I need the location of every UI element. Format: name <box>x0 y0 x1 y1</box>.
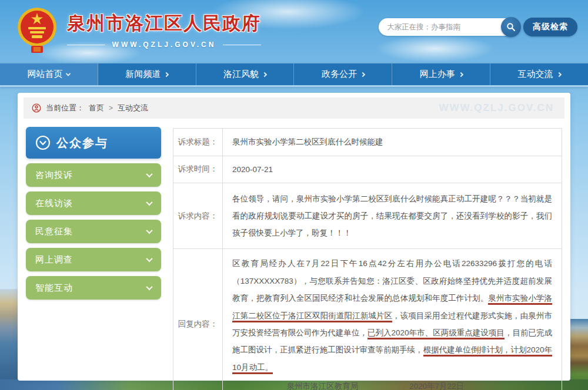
chevron-down-icon <box>146 255 152 262</box>
nav-label: 网上办事 <box>420 69 455 80</box>
appeal-time-label: 诉求时间： <box>173 156 223 183</box>
sidebar-item-label: 在线访谈 <box>35 198 73 209</box>
nav-label: 互动交流 <box>518 69 553 80</box>
table-row-reply-content: 回复内容： 区教育局经办人在7月22日下午16点42分左右用办公电话226332… <box>173 249 562 390</box>
divider <box>67 45 105 45</box>
breadcrumb-current[interactable]: 互动交流 <box>118 103 148 113</box>
chevron-right-icon <box>360 72 365 76</box>
nav-label: 网站首页 <box>27 69 62 80</box>
location-person-icon <box>32 103 41 113</box>
advanced-search-button[interactable]: 高级检索 <box>523 18 577 36</box>
nav-item-gov-affairs[interactable]: 政务公开 <box>294 63 392 85</box>
chevron-right-icon <box>458 72 463 76</box>
chevron-down-icon <box>146 227 152 234</box>
nav-label: 洛江风貌 <box>223 69 259 80</box>
site-url: WWW.QZLJ.GOV.CN <box>105 41 223 49</box>
sidebar-title: 公众参与 <box>56 135 108 151</box>
reply-signature: 泉州市洛江区教育局 <box>286 378 358 390</box>
chevron-right-icon <box>262 72 267 76</box>
nav-label: 新闻频道 <box>125 69 161 80</box>
site-title: 泉州市洛江区人民政府 <box>67 11 261 36</box>
sidebar-item-consult-complaints[interactable]: 咨询投诉 <box>26 163 161 187</box>
search-icon <box>506 22 516 32</box>
chevron-down-icon <box>146 199 152 206</box>
sidebar-item-label: 网上调查 <box>35 254 73 265</box>
sidebar-item-label: 智能互动 <box>35 283 73 294</box>
sidebar-item-online-interview[interactable]: 在线访谈 <box>26 191 161 215</box>
chevron-down-icon <box>146 171 152 177</box>
search-button[interactable] <box>501 17 521 37</box>
reply-sign-date: 2020年7月22日 <box>409 378 464 390</box>
nav-item-home[interactable]: 网站首页 <box>0 63 98 85</box>
nav-item-online-services[interactable]: 网上办事 <box>392 63 490 85</box>
divider <box>223 45 261 45</box>
nav-item-luojiang-scenery[interactable]: 洛江风貌 <box>196 63 295 85</box>
site-header: 泉州市洛江区人民政府 WWW.QZLJ.GOV.CN 高级检索 <box>0 0 588 63</box>
breadcrumb-separator: > <box>109 104 113 112</box>
chevron-right-icon <box>164 72 169 76</box>
table-row-appeal-content: 诉求内容： 各位领导，请问，泉州市实验小学第二校区到底什么时候能真正动工开建呢？… <box>173 183 562 249</box>
sidebar-item-smart-interaction[interactable]: 智能互动 <box>26 276 161 300</box>
breadcrumb: 当前位置： 首页 > 互动交流 WWW.QZLJ.GOV.CN <box>24 98 564 119</box>
appeal-content-value: 各位领导，请问，泉州市实验小学第二校区到底什么时候能真正动工开建呢？？？当初就是… <box>223 183 562 248</box>
circle-chevron-down-icon <box>35 135 51 150</box>
background-scenery-left <box>0 289 19 390</box>
sidebar: 公众参与 咨询投诉 在线访谈 民意征集 网上调查 智能互动 <box>26 127 161 390</box>
reply-content-label: 回复内容： <box>173 249 223 390</box>
appeal-detail-table: 诉求标题： 泉州市实验小学第二校区到底什么时候能建 诉求时间： 2020-07-… <box>173 128 562 390</box>
sidebar-item-opinion-collection[interactable]: 民意征集 <box>26 220 161 243</box>
appeal-content-label: 诉求内容： <box>173 183 223 248</box>
breadcrumb-home-link[interactable]: 首页 <box>89 103 104 113</box>
chevron-right-icon <box>556 72 561 76</box>
breadcrumb-label: 当前位置： <box>46 103 84 113</box>
main-nav: 网站首页 新闻频道 洛江风貌 政务公开 网上办事 互动交流 <box>0 63 588 87</box>
appeal-detail: 诉求标题： 泉州市实验小学第二校区到底什么时候能建 诉求时间： 2020-07-… <box>173 127 562 390</box>
nav-item-news[interactable]: 新闻频道 <box>98 63 196 85</box>
table-row-appeal-time: 诉求时间： 2020-07-21 <box>173 156 562 184</box>
table-row-appeal-title: 诉求标题： 泉州市实验小学第二校区到底什么时候能建 <box>173 129 562 156</box>
search-input[interactable] <box>379 18 519 36</box>
panel-watermark: WWW.QZLJ.GOV.CN <box>439 102 554 114</box>
sidebar-header-public-participation[interactable]: 公众参与 <box>26 127 161 159</box>
search-bar <box>379 18 519 36</box>
appeal-title-label: 诉求标题： <box>173 129 223 156</box>
reply-text-underlined: 已列入2020年市、区两级重点建设项目 <box>368 328 505 339</box>
sidebar-item-label: 民意征集 <box>35 226 73 237</box>
sidebar-item-online-survey[interactable]: 网上调查 <box>26 248 161 271</box>
nav-label: 政务公开 <box>322 69 357 80</box>
reply-paragraph: 区教育局经办人在7月22日下午16点42分左右用办公电话22633296拨打您的… <box>232 255 552 376</box>
reply-content-value: 区教育局经办人在7月22日下午16点42分左右用办公电话22633296拨打您的… <box>223 249 562 390</box>
chevron-down-icon <box>66 71 71 76</box>
national-emblem-icon <box>15 5 59 55</box>
appeal-title-value: 泉州市实验小学第二校区到底什么时候能建 <box>223 129 562 156</box>
sidebar-item-label: 咨询投诉 <box>35 170 73 181</box>
site-logo[interactable]: 泉州市洛江区人民政府 WWW.QZLJ.GOV.CN <box>15 5 261 55</box>
content-panel: 当前位置： 首页 > 互动交流 WWW.QZLJ.GOV.CN 公众参与 咨询投… <box>18 93 570 381</box>
chevron-down-icon <box>146 284 152 290</box>
nav-item-interaction[interactable]: 互动交流 <box>490 63 588 85</box>
appeal-time-value: 2020-07-21 <box>223 156 562 183</box>
